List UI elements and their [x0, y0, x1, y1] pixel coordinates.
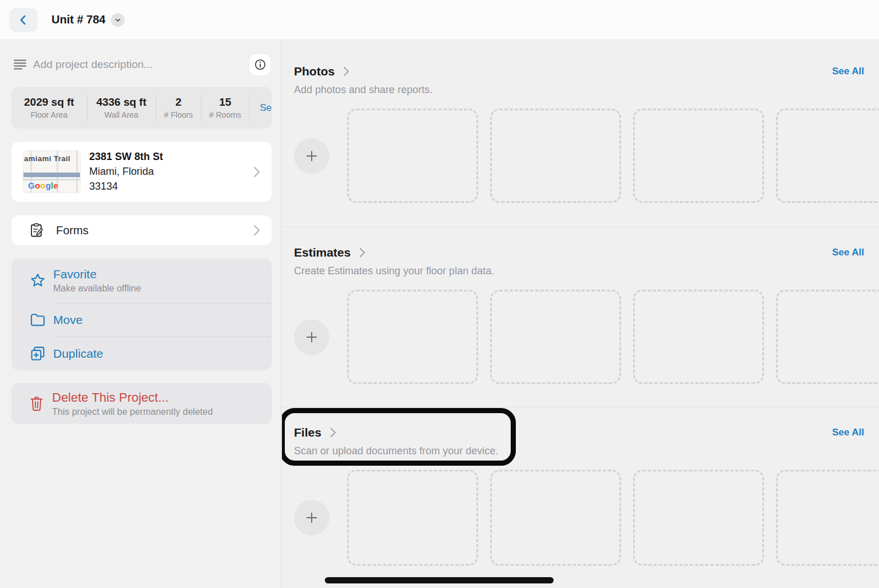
add-file-button[interactable]: [294, 500, 329, 535]
project-stats-bar[interactable]: 2029 sq ft Floor Area 4336 sq ft Wall Ar…: [11, 87, 272, 129]
stat-rooms: 15 # Rooms: [201, 94, 249, 122]
delete-label: Delete This Project...: [52, 390, 213, 405]
empty-estimate-slot: [633, 290, 764, 384]
description-lines-icon: [14, 59, 26, 70]
forms-label: Forms: [56, 224, 252, 237]
stat-floor-area: 2029 sq ft Floor Area: [11, 94, 87, 122]
chevron-right-icon[interactable]: [343, 66, 350, 77]
map-road: [23, 173, 80, 177]
empty-estimate-slot: [776, 290, 879, 384]
estimates-title[interactable]: Estimates: [294, 246, 351, 259]
delete-subtitle: This project will be permanently deleted: [52, 407, 213, 417]
empty-file-slot: [776, 470, 879, 566]
photos-subtitle: Add photos and share reports.: [294, 84, 879, 96]
page-title: Unit # 784: [51, 13, 105, 26]
address-text: 2381 SW 8th St Miami, Florida 33134: [89, 151, 252, 193]
empty-estimate-slot: [347, 290, 478, 384]
chevron-right-icon[interactable]: [329, 427, 337, 438]
delete-project-button[interactable]: Delete This Project... This project will…: [11, 383, 272, 424]
photos-title[interactable]: Photos: [294, 65, 335, 78]
files-subtitle: Scan or upload documents from your devic…: [294, 445, 879, 457]
stats-see-all-link-cut[interactable]: Se: [249, 102, 272, 114]
chevron-right-icon: [252, 166, 261, 178]
favorite-subtitle: Make available offline: [53, 283, 141, 294]
plus-icon: [304, 149, 319, 163]
files-title[interactable]: Files: [294, 426, 321, 439]
title-dropdown-button[interactable]: [111, 13, 125, 27]
empty-photo-slot: [347, 109, 478, 203]
duplicate-button[interactable]: Duplicate: [11, 337, 272, 370]
duplicate-icon: [30, 346, 46, 362]
chevron-right-icon[interactable]: [359, 247, 366, 258]
empty-file-slot: [490, 470, 621, 566]
map-thumbnail: amiami Trail Google: [23, 150, 81, 193]
plus-icon: [304, 510, 319, 525]
empty-photo-slot: [776, 109, 879, 203]
google-logo: Google: [28, 181, 58, 190]
description-placeholder: Add project description...: [33, 58, 249, 71]
forms-clipboard-icon: [30, 223, 43, 238]
home-indicator-bar[interactable]: [325, 577, 554, 583]
estimate-slots: [347, 290, 879, 384]
empty-photo-slot: [490, 109, 621, 203]
map-road-label: amiami Trail: [24, 154, 80, 163]
star-icon: [30, 273, 46, 289]
chevron-right-icon: [252, 224, 261, 237]
estimates-subtitle: Create Estimates using your floor plan d…: [294, 265, 879, 277]
stat-wall-area: 4336 sq ft Wall Area: [87, 94, 156, 122]
plus-icon: [304, 330, 319, 345]
stat-label: Wall Area: [105, 110, 138, 119]
forms-row[interactable]: Forms: [11, 215, 272, 245]
move-label: Move: [53, 313, 82, 327]
address-line2: Miami, Florida: [89, 166, 252, 178]
chevron-down-icon: [114, 16, 122, 24]
stat-label: # Rooms: [209, 110, 241, 119]
photos-see-all-link[interactable]: See All: [832, 66, 864, 77]
empty-photo-slot: [633, 109, 764, 203]
stat-value: 2029 sq ft: [24, 96, 74, 109]
trash-icon: [30, 396, 43, 411]
back-button[interactable]: [9, 8, 38, 32]
top-header: Unit # 784: [0, 0, 879, 40]
stat-label: # Floors: [164, 110, 193, 119]
project-sidebar: Add project description... 2029 sq ft Fl…: [0, 40, 281, 588]
estimates-section: Estimates See All Create Estimates using…: [282, 227, 879, 407]
project-content: Photos See All Add photos and share repo…: [282, 40, 879, 588]
project-actions-group: Favorite Make available offline Move Dup…: [11, 258, 272, 370]
add-estimate-button[interactable]: [294, 319, 329, 355]
project-description-field[interactable]: Add project description...: [14, 54, 271, 75]
move-button[interactable]: Move: [11, 303, 272, 337]
file-slots: [347, 470, 879, 566]
empty-file-slot: [633, 470, 764, 566]
empty-estimate-slot: [490, 290, 621, 384]
photo-slots: [347, 109, 879, 203]
stat-floors: 2 # Floors: [156, 94, 202, 122]
info-icon: [254, 58, 267, 71]
favorite-button[interactable]: Favorite Make available offline: [11, 258, 272, 303]
duplicate-label: Duplicate: [53, 347, 104, 361]
stat-value: 2: [176, 96, 182, 109]
folder-icon: [30, 313, 46, 327]
add-photo-button[interactable]: [294, 138, 329, 174]
stat-label: Floor Area: [31, 110, 68, 119]
address-line3: 33134: [89, 181, 252, 193]
favorite-label: Favorite: [53, 267, 141, 281]
address-line1: 2381 SW 8th St: [89, 151, 252, 163]
files-see-all-link[interactable]: See All: [832, 427, 864, 438]
stat-value: 4336 sq ft: [96, 96, 146, 109]
chevron-left-icon: [17, 14, 30, 26]
empty-file-slot: [347, 470, 478, 566]
info-button[interactable]: [249, 54, 271, 75]
photos-section: Photos See All Add photos and share repo…: [282, 40, 879, 227]
files-section: Files See All Scan or upload documents f…: [282, 407, 879, 588]
address-card[interactable]: amiami Trail Google 2381 SW 8th St Miami…: [11, 142, 272, 202]
estimates-see-all-link[interactable]: See All: [832, 247, 864, 258]
stat-value: 15: [219, 96, 231, 109]
